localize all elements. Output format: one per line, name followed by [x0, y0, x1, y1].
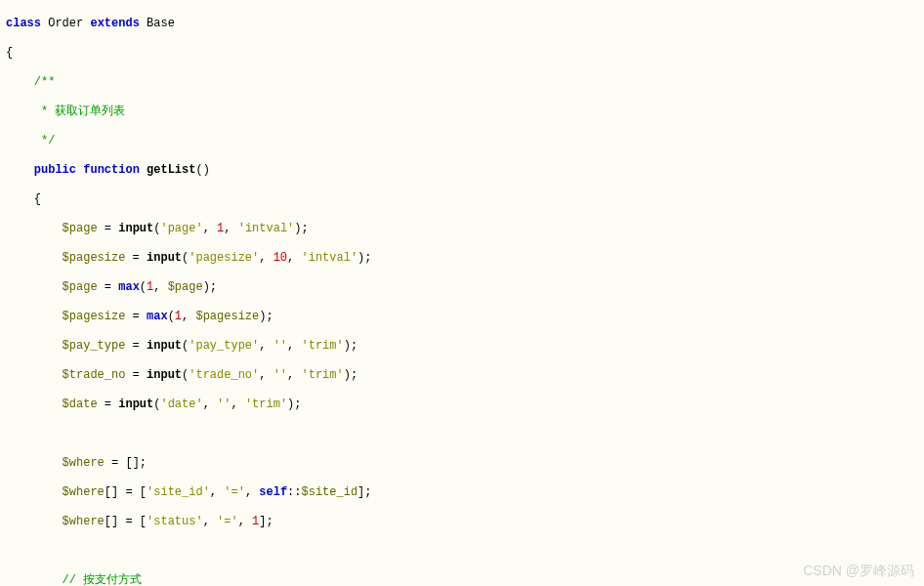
- function-name: getList: [147, 163, 195, 177]
- code-line: $page = input('page', 1, 'intval');: [6, 222, 924, 236]
- code-line: $where[] = ['status', '=', 1];: [6, 515, 924, 529]
- code-editor-content: class Order extends Base { /** * 获取订单列表 …: [0, 0, 924, 586]
- code-line: $page = max(1, $page);: [6, 280, 924, 295]
- code-line: {: [6, 46, 924, 61]
- code-line: $trade_no = input('trade_no', '', 'trim'…: [6, 368, 924, 383]
- code-line: class Order extends Base: [6, 17, 924, 31]
- keyword-class: class: [6, 17, 41, 30]
- blank-line: [6, 544, 924, 559]
- comment-line: /**: [6, 75, 924, 90]
- code-line: $pay_type = input('pay_type', '', 'trim'…: [6, 339, 924, 354]
- watermark-text: CSDN @罗峰源码: [803, 564, 914, 578]
- code-line: $pagesize = max(1, $pagesize);: [6, 310, 924, 324]
- keyword-extends: extends: [90, 17, 139, 30]
- code-line: $date = input('date', '', 'trim');: [6, 398, 924, 412]
- code-line: $pagesize = input('pagesize', 10, 'intva…: [6, 251, 924, 266]
- comment-line: * 获取订单列表: [6, 105, 924, 119]
- comment-line: // 按支付方式: [6, 573, 924, 586]
- code-line: $where = [];: [6, 456, 924, 471]
- code-line: {: [6, 192, 924, 207]
- blank-line: [6, 427, 924, 441]
- class-name: Order: [48, 17, 83, 30]
- comment-line: */: [6, 134, 924, 148]
- code-line: public function getList(): [6, 163, 924, 178]
- base-class: Base: [147, 17, 175, 30]
- code-line: $where[] = ['site_id', '=', self::$site_…: [6, 485, 924, 500]
